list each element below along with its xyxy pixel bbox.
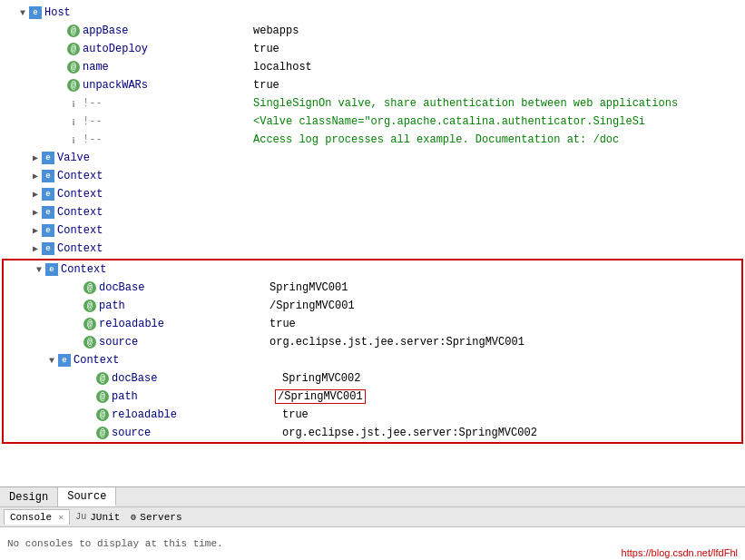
- name-attr-icon: @: [67, 61, 80, 74]
- bottom-panel: Design Source Console ✕ Ju JUnit ⚙ Serve…: [0, 486, 745, 560]
- path1-row[interactable]: @ path /SpringMVC001: [4, 297, 741, 315]
- valve-row[interactable]: ▶ e Valve: [0, 149, 745, 167]
- console-tab-bar: Console ✕ Ju JUnit ⚙ Servers: [0, 507, 745, 527]
- comment1-row[interactable]: ¡ !-- SingleSignOn valve, share authenti…: [0, 94, 745, 113]
- appBase-attr-icon: @: [67, 25, 80, 37]
- source1-row[interactable]: @ source org.eclipse.jst.jee.server:Spri…: [4, 333, 741, 351]
- tab-source[interactable]: Source: [58, 487, 116, 506]
- autoDeploy-row[interactable]: @ autoDeploy true: [0, 40, 745, 58]
- servers-tab[interactable]: ⚙ Servers: [125, 510, 187, 525]
- tab-source-label: Source: [67, 490, 106, 503]
- console-tab[interactable]: Console ✕: [4, 509, 70, 525]
- name-attr-name: name: [83, 61, 246, 74]
- junit-tab-label: JUnit: [90, 512, 120, 523]
- name-attr-value: localhost: [246, 61, 312, 74]
- reloadable2-row[interactable]: @ reloadable true: [4, 406, 741, 424]
- context3-row[interactable]: ▶ e Context: [0, 203, 745, 221]
- docBase1-name: docBase: [99, 281, 262, 294]
- autoDeploy-name: autoDeploy: [83, 43, 246, 55]
- reloadable1-value: true: [262, 318, 296, 330]
- servers-tab-label: Servers: [140, 512, 181, 523]
- console-tab-label: Console: [10, 512, 52, 523]
- docBase1-row[interactable]: @ docBase SpringMVC001: [4, 279, 741, 297]
- context1-row[interactable]: ▶ e Context: [0, 167, 745, 185]
- unpackWARs-attr-icon: @: [67, 79, 80, 92]
- host-toggle[interactable]: ▼: [16, 6, 29, 19]
- docBase2-name: docBase: [112, 372, 275, 385]
- comment2-name: !--: [83, 115, 246, 128]
- context5-name: Context: [57, 242, 221, 255]
- unpackWARs-row[interactable]: @ unpackWARs true: [0, 76, 745, 94]
- source2-attr-icon: @: [96, 427, 109, 439]
- console-close-icon[interactable]: ✕: [58, 512, 64, 523]
- context4-row[interactable]: ▶ e Context: [0, 221, 745, 240]
- watermark: https://blog.csdn.net/lfdFhl: [622, 547, 738, 558]
- context1-icon: e: [42, 170, 54, 182]
- context6-toggle[interactable]: ▼: [33, 263, 45, 276]
- context2-row[interactable]: ▶ e Context: [0, 185, 745, 203]
- valve-toggle[interactable]: ▶: [29, 152, 42, 164]
- source2-row[interactable]: @ source org.eclipse.jst.jee.server:Spri…: [4, 424, 741, 442]
- source1-value: org.eclipse.jst.jee.server:SpringMVC001: [262, 336, 524, 349]
- source1-attr-icon: @: [83, 336, 96, 349]
- source2-value: org.eclipse.jst.jee.server:SpringMVC002: [275, 427, 537, 439]
- tab-design[interactable]: Design: [0, 487, 58, 506]
- context5-toggle[interactable]: ▶: [29, 242, 42, 255]
- path1-name: path: [99, 300, 262, 312]
- context2-toggle[interactable]: ▶: [29, 188, 42, 201]
- comment3-row[interactable]: ¡ !-- Access log processes all example. …: [0, 131, 745, 149]
- host-row[interactable]: ▼ e Host: [0, 4, 745, 22]
- context6-icon: e: [45, 263, 58, 276]
- path1-attr-icon: @: [83, 300, 96, 312]
- context2-icon: e: [42, 188, 54, 201]
- comment1-value: SingleSignOn valve, share authentication…: [246, 97, 678, 110]
- context7-icon: e: [58, 354, 71, 367]
- context4-icon: e: [42, 224, 54, 237]
- console-message: No consoles to display at this time.: [7, 538, 223, 549]
- context7-toggle[interactable]: ▼: [45, 354, 58, 367]
- context4-name: Context: [57, 224, 221, 237]
- comment2-icon: ¡: [67, 115, 80, 128]
- context6-name: Context: [61, 263, 224, 276]
- context2-name: Context: [57, 188, 221, 201]
- appBase-value: webapps: [246, 25, 299, 37]
- path2-attr-icon: @: [96, 390, 109, 403]
- xml-tree[interactable]: ▼ e Host @ appBase webapps @ autoDeploy …: [0, 0, 745, 486]
- context4-toggle[interactable]: ▶: [29, 224, 42, 237]
- comment3-name: !--: [83, 133, 246, 146]
- comment2-value: <Valve className="org.apache.catalina.au…: [246, 115, 645, 128]
- path2-row[interactable]: @ path /SpringMVC001: [4, 388, 741, 406]
- context3-name: Context: [57, 206, 221, 219]
- path2-value: /SpringMVC001: [275, 389, 366, 404]
- junit-tab[interactable]: Ju JUnit: [70, 510, 125, 525]
- valve-name: Valve: [57, 152, 221, 164]
- autoDeploy-attr-icon: @: [67, 43, 80, 55]
- context1-name: Context: [57, 170, 221, 182]
- unpackWARs-value: true: [246, 79, 279, 92]
- path1-value: /SpringMVC001: [262, 300, 355, 312]
- docBase1-attr-icon: @: [83, 281, 96, 294]
- context1-toggle[interactable]: ▶: [29, 170, 42, 182]
- comment3-value: Access log processes all example. Docume…: [246, 133, 619, 146]
- context7-row[interactable]: ▼ e Context: [4, 351, 741, 369]
- reloadable1-row[interactable]: @ reloadable true: [4, 315, 741, 333]
- comment2-row[interactable]: ¡ !-- <Valve className="org.apache.catal…: [0, 113, 745, 131]
- context3-toggle[interactable]: ▶: [29, 206, 42, 219]
- comment1-name: !--: [83, 97, 246, 110]
- name-row[interactable]: @ name localhost: [0, 58, 745, 76]
- context7-name: Context: [74, 354, 237, 367]
- appBase-row[interactable]: @ appBase webapps: [0, 22, 745, 40]
- reloadable1-name: reloadable: [99, 318, 262, 330]
- docBase2-row[interactable]: @ docBase SpringMVC002: [4, 369, 741, 388]
- context6-row[interactable]: ▼ e Context: [4, 260, 741, 279]
- context5-icon: e: [42, 242, 54, 255]
- unpackWARs-name: unpackWARs: [83, 79, 246, 92]
- comment3-icon: ¡: [67, 133, 80, 146]
- appBase-name: appBase: [83, 25, 246, 37]
- docBase2-value: SpringMVC002: [275, 372, 360, 385]
- red-border-section: ▼ e Context @ docBase SpringMVC001 @ pat…: [2, 259, 743, 444]
- source1-name: source: [99, 336, 262, 349]
- reloadable2-name: reloadable: [112, 408, 275, 421]
- context3-icon: e: [42, 206, 54, 219]
- context5-row[interactable]: ▶ e Context: [0, 240, 745, 258]
